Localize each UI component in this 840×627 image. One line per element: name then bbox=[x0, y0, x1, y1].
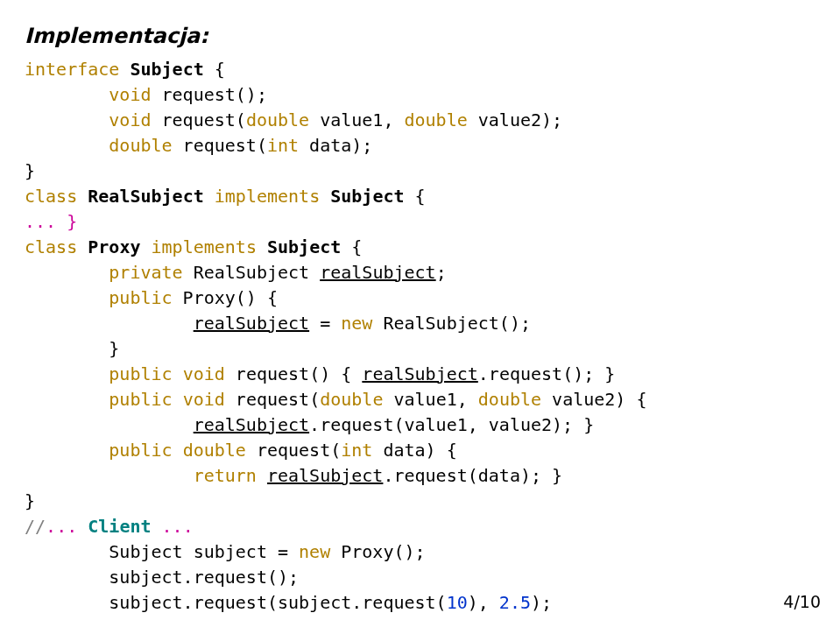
kw-void: void bbox=[109, 109, 151, 130]
text: ... bbox=[152, 516, 194, 537]
num: 2.5 bbox=[499, 592, 531, 613]
text: request( bbox=[225, 389, 320, 410]
kw-int: int bbox=[341, 440, 372, 461]
comment: // bbox=[25, 516, 46, 537]
type-realsubject: RealSubject bbox=[88, 186, 203, 207]
kw-double: double bbox=[246, 109, 309, 130]
text: subject.request(subject.request( bbox=[25, 592, 447, 613]
text: .request(data); } bbox=[383, 465, 562, 486]
kw-public: public bbox=[109, 287, 172, 308]
num: 10 bbox=[447, 592, 468, 613]
kw-int: int bbox=[267, 135, 299, 156]
type-subject: Subject bbox=[130, 59, 203, 80]
kw-implements: implements bbox=[152, 236, 257, 257]
kw-return: return bbox=[194, 465, 257, 486]
text: { bbox=[341, 236, 362, 257]
type-proxy: Proxy bbox=[88, 236, 140, 257]
text: value2); bbox=[468, 109, 562, 130]
text: = bbox=[309, 313, 341, 334]
kw-void: void bbox=[183, 389, 225, 410]
field-realsubject: realSubject bbox=[194, 414, 309, 435]
text: } bbox=[25, 490, 35, 511]
text: subject.request(); bbox=[25, 567, 299, 588]
text: value1, bbox=[309, 109, 404, 130]
field-realsubject: realSubject bbox=[267, 465, 383, 486]
text: ; bbox=[436, 262, 447, 283]
text: request( bbox=[246, 440, 341, 461]
kw-class: class bbox=[25, 186, 77, 207]
code-block: interface Subject { void request(); void… bbox=[25, 57, 815, 616]
kw-class: class bbox=[25, 236, 77, 257]
heading: Implementacja: bbox=[25, 21, 815, 52]
text: request() { bbox=[225, 363, 363, 384]
field-realsubject: realSubject bbox=[362, 363, 477, 384]
text: request( bbox=[152, 109, 246, 130]
kw-interface: interface bbox=[25, 59, 119, 80]
field-realsubject: realSubject bbox=[194, 313, 309, 334]
page-number: 4/10 bbox=[783, 590, 821, 615]
kw-double: double bbox=[183, 440, 246, 461]
kw-double: double bbox=[109, 135, 172, 156]
text: ); bbox=[531, 592, 552, 613]
text: RealSubject(); bbox=[372, 313, 531, 334]
field-realsubject: realSubject bbox=[320, 262, 435, 283]
text: Subject subject = bbox=[25, 541, 299, 562]
type-subject: Subject bbox=[330, 186, 404, 207]
kw-public: public bbox=[109, 363, 172, 384]
kw-implements: implements bbox=[215, 186, 320, 207]
text: RealSubject bbox=[183, 262, 321, 283]
text: { bbox=[204, 59, 225, 80]
text: ), bbox=[468, 592, 499, 613]
kw-new: new bbox=[299, 541, 330, 562]
kw-void: void bbox=[183, 363, 225, 384]
kw-private: private bbox=[109, 262, 182, 283]
kw-public: public bbox=[109, 389, 172, 410]
text: { bbox=[405, 186, 426, 207]
kw-double: double bbox=[405, 109, 468, 130]
text: Proxy(); bbox=[330, 541, 425, 562]
text: data); bbox=[299, 135, 372, 156]
text: value2) { bbox=[541, 389, 646, 410]
text: } bbox=[25, 338, 119, 359]
type-subject: Subject bbox=[267, 236, 341, 257]
text: request(); bbox=[152, 84, 267, 105]
kw-new: new bbox=[341, 313, 372, 334]
client-label: Client bbox=[88, 516, 151, 537]
text: ... bbox=[46, 516, 88, 537]
kw-double: double bbox=[478, 389, 541, 410]
text: Proxy() { bbox=[173, 287, 278, 308]
text: .request(); } bbox=[478, 363, 616, 384]
text: } bbox=[25, 160, 35, 181]
text: ... } bbox=[25, 211, 77, 232]
text: .request(value1, value2); } bbox=[309, 414, 594, 435]
text: request( bbox=[173, 135, 267, 156]
text: value1, bbox=[383, 389, 477, 410]
kw-void: void bbox=[109, 84, 151, 105]
kw-public: public bbox=[109, 440, 172, 461]
kw-double: double bbox=[320, 389, 383, 410]
text: data) { bbox=[372, 440, 456, 461]
